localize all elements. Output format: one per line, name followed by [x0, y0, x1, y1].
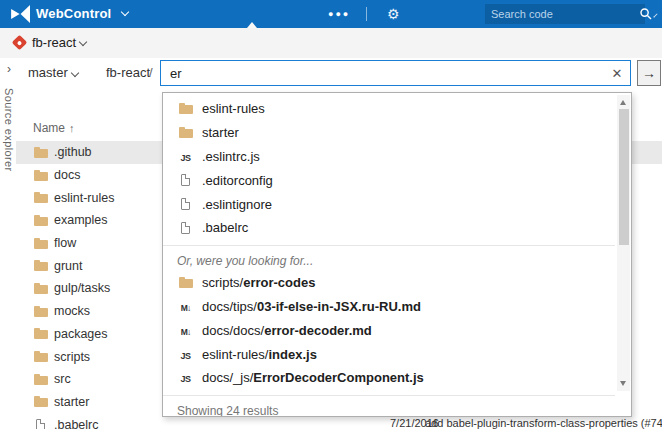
clear-search-icon[interactable]: ✕ [604, 66, 630, 81]
tree-item[interactable]: eslint-rules [16, 186, 162, 209]
item-type-icon [33, 145, 48, 159]
search-result-item[interactable]: .editorconfig [163, 168, 615, 192]
item-type-icon [33, 191, 48, 205]
project-title[interactable]: WebControl [36, 0, 111, 28]
tree-item-label: .github [54, 145, 92, 159]
vsts-code-page: WebControl ●●● ⚙ fb-react master fb-reac [0, 0, 662, 429]
repo-selector[interactable]: fb-react [32, 28, 76, 58]
tree-item[interactable]: mocks [16, 300, 162, 323]
file-type-icon [177, 298, 194, 314]
tree-item-label: starter [54, 395, 89, 409]
search-result-item[interactable]: .eslintignore [163, 192, 615, 216]
search-result-item[interactable]: docs/docs/error-decoder.md [163, 318, 615, 342]
tree-item[interactable]: examples [16, 209, 162, 232]
search-result-item[interactable]: eslint-rules/index.js [163, 342, 615, 366]
search-magnifier-icon [639, 7, 653, 21]
settings-gear-icon[interactable]: ⚙ [387, 0, 400, 28]
item-type-icon [33, 168, 48, 182]
file-type-icon [177, 148, 194, 164]
branch-chevron-down-icon[interactable] [71, 69, 79, 77]
search-result-item[interactable]: eslint-rules [163, 97, 615, 121]
tree-item[interactable]: src [16, 368, 162, 391]
repo-hub-bar: fb-react [0, 28, 662, 58]
header-search-box[interactable] [485, 4, 645, 24]
search-result-item[interactable]: .babelrc [163, 216, 615, 240]
file-type-icon [177, 196, 194, 212]
header-divider [366, 7, 367, 21]
tree-item-label: scripts [54, 350, 90, 364]
tree-item-label: gulp/tasks [54, 281, 110, 295]
results-separator [163, 395, 615, 396]
commit-message: add babel-plugin-transform-class-propert… [425, 417, 662, 429]
result-name: .babelrc [202, 220, 248, 235]
more-menu-ellipsis-icon[interactable]: ●●● [328, 0, 350, 28]
path-search-input[interactable] [161, 66, 604, 81]
occluded-table-text [633, 164, 662, 187]
tree-item-label: packages [54, 327, 108, 341]
occluded-table-text [633, 368, 662, 391]
file-type-icon [177, 370, 194, 386]
project-chevron-down-icon[interactable] [121, 8, 129, 16]
dropdown-scrollbar[interactable] [617, 95, 630, 391]
tree-item[interactable]: grunt [16, 254, 162, 277]
result-name: starter [202, 125, 239, 140]
tree-item[interactable]: starter [16, 391, 162, 414]
result-name: .eslintrc.js [202, 149, 260, 164]
visual-studio-logo-icon [11, 5, 31, 23]
search-result-item[interactable]: starter [163, 121, 615, 145]
go-arrow-button[interactable]: → [637, 60, 661, 86]
path-search-box[interactable]: ✕ [160, 60, 631, 86]
search-result-item[interactable]: .eslintrc.js [163, 145, 615, 169]
results-separator [163, 245, 615, 246]
top-header-bar: WebControl ●●● ⚙ [0, 0, 662, 28]
result-directory: eslint-rules/ [202, 347, 268, 362]
tree-item-label: docs [54, 168, 80, 182]
sort-ascending-icon: ↑ [69, 122, 75, 134]
tree-item-label: src [54, 372, 71, 386]
occluded-table-text [633, 232, 662, 255]
file-type-icon [177, 125, 194, 141]
suggestion-label: Or, were you looking for... [163, 251, 615, 271]
tree-item-label: mocks [54, 304, 90, 318]
file-tree-panel: Name↑ .github docs eslint-rules examples… [16, 88, 162, 429]
repo-chevron-down-icon[interactable] [79, 38, 87, 46]
tree-item-label: flow [54, 236, 76, 250]
item-type-icon [33, 304, 48, 318]
file-type-icon [177, 220, 194, 236]
name-header-label: Name [33, 121, 65, 135]
file-type-icon [177, 101, 194, 117]
search-results-list: eslint-rules starter .eslintrc.js .edito… [163, 93, 615, 416]
tree-item[interactable]: packages [16, 323, 162, 346]
breadcrumb-separator: / [149, 58, 153, 88]
results-count: Showing 24 results [163, 401, 615, 417]
header-search-input[interactable] [485, 8, 639, 20]
tree-item[interactable]: gulp/tasks [16, 277, 162, 300]
tree-item[interactable]: .github [16, 141, 162, 164]
scroll-down-arrow-icon[interactable] [620, 381, 626, 386]
source-explorer-label[interactable]: Source explorer [3, 88, 15, 172]
tree-item[interactable]: docs [16, 164, 162, 187]
name-column-header[interactable]: Name↑ [16, 115, 162, 141]
expand-chevron-icon[interactable]: › [0, 58, 18, 80]
hub-tabs [100, 28, 151, 58]
search-scope-chevron-icon[interactable] [653, 13, 657, 17]
result-name: index.js [268, 347, 316, 362]
breadcrumb-repo[interactable]: fb-react [106, 58, 150, 88]
git-repo-icon [12, 35, 28, 51]
tree-item[interactable]: scripts [16, 345, 162, 368]
occluded-table-text [633, 277, 662, 300]
scrollbar-thumb[interactable] [619, 109, 629, 245]
tree-item-label: eslint-rules [54, 191, 114, 205]
search-result-item[interactable]: scripts/error-codes [163, 271, 615, 295]
branch-selector[interactable]: master [28, 58, 68, 88]
occluded-table-text [633, 345, 662, 368]
item-type-icon [33, 259, 48, 273]
item-type-icon [33, 213, 48, 227]
scroll-up-arrow-icon[interactable] [620, 100, 626, 105]
item-type-icon [33, 395, 48, 409]
tree-item[interactable]: flow [16, 232, 162, 255]
result-name: ErrorDecoderComponent.js [253, 370, 423, 385]
search-result-item[interactable]: docs/_js/ErrorDecoderComponent.js [163, 366, 615, 390]
tree-tabs [16, 88, 162, 115]
search-result-item[interactable]: docs/tips/03-if-else-in-JSX.ru-RU.md [163, 295, 615, 319]
